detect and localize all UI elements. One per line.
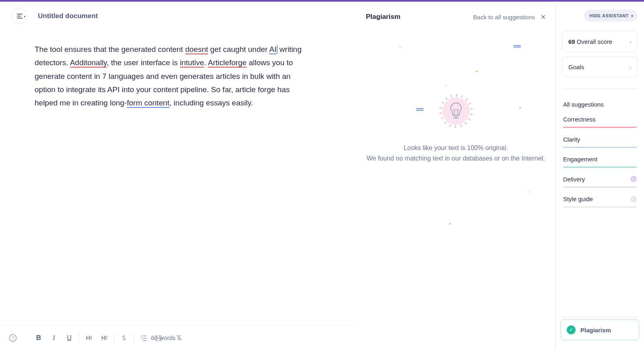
goals-card[interactable]: Goals › [562,57,638,77]
link-button[interactable] [119,333,129,343]
confetti-icon [416,108,423,109]
lightbulb-illustration [442,97,470,125]
panel-title: Plagiarism [366,13,400,21]
text-segment: , including essays easily. [169,99,253,107]
ordered-list-button[interactable]: 12 [139,333,149,343]
all-suggestions-item[interactable]: All suggestions [562,95,638,110]
spelling-error[interactable]: Articleforge [208,58,247,68]
clarity-bar [563,147,637,148]
check-circle-icon: ✓ [567,325,576,334]
chevron-double-right-icon: ›› [631,13,632,19]
menu-button[interactable]: ▸ [11,9,28,23]
h2-button[interactable]: H2 [99,333,109,343]
hide-assistant-button[interactable]: HIDE ASSISTANT ›› [584,10,638,22]
delivery-bar [563,187,637,188]
confetti-icon [514,45,521,46]
confetti-icon: ✦ [518,105,522,110]
italic-button[interactable]: I [49,333,59,343]
underline-button[interactable]: U [64,333,74,343]
spelling-error[interactable]: intutive [180,58,204,68]
text-segment: get caught under [208,45,269,54]
document-header: ▸ Untitled document [0,2,356,31]
editor-column: ▸ Untitled document The tool ensures tha… [0,2,356,350]
bold-button[interactable]: B [34,333,43,343]
svg-text:2: 2 [140,337,142,340]
formatting-toolbar: ? B I U H1 H2 12 [0,325,356,350]
help-button[interactable]: ? [8,333,18,343]
empty-state: ○ ✦ ○ ✦ ○ ✦ Looks like your text [366,33,546,186]
category-clarity[interactable]: Clarity [562,130,638,150]
text-segment: , the user interface is [107,58,180,67]
chevron-right-icon: › [630,39,632,45]
overall-score-card[interactable]: 69 Overall score › [562,31,638,52]
close-icon[interactable]: ✕ [541,13,546,21]
confetti-icon: ○ [527,189,530,194]
confetti-icon: ○ [399,45,401,49]
assistant-sidebar: HIDE ASSISTANT ›› 69 Overall score › Goa… [555,2,644,350]
lightbulb-icon [449,102,463,120]
engagement-bar [563,167,637,168]
help-icon: ? [9,334,17,342]
confetti-icon: ○ [445,83,447,88]
chevron-right-icon: ▸ [24,14,26,18]
correctness-bar [563,127,637,128]
document-title[interactable]: Untitled document [38,12,98,20]
clarity-suggestion[interactable]: AI [269,45,277,54]
empty-state-text: Looks like your text is 100% original. W… [367,143,545,164]
sidebar-divider [563,89,637,89]
text-segment: . [204,58,208,67]
svg-point-15 [454,109,455,111]
clarity-suggestion[interactable]: form content [127,99,169,108]
chevron-right-icon: › [630,64,632,70]
text-segment: The tool ensures that the generated cont… [35,45,185,54]
back-to-suggestions[interactable]: Back to all suggestions ✕ [473,13,546,21]
sidebar-divider [562,317,638,318]
plagiarism-panel: Plagiarism Back to all suggestions ✕ ○ ✦… [356,2,555,350]
spelling-error[interactable]: doesnt [185,45,208,54]
editor-content[interactable]: The tool ensures that the generated cont… [35,43,308,109]
svg-point-16 [457,109,458,111]
triangle-up-icon: ▲ [178,336,181,340]
confetti-icon: ✦ [448,222,452,226]
check-icon: ✓ [630,196,637,202]
category-engagement[interactable]: Engagement [562,150,638,170]
hamburger-icon [17,14,23,19]
style-guide-bar [563,206,637,208]
category-delivery[interactable]: Delivery✓ [562,170,638,190]
editor-area[interactable]: The tool ensures that the generated cont… [0,31,356,350]
confetti-icon: ✦ [475,69,478,74]
ordered-list-icon: 12 [140,334,147,342]
check-icon: ✓ [630,176,637,182]
toolbar-separator [114,334,114,342]
category-style-guide[interactable]: Style guide✓ [562,190,638,210]
h1-button[interactable]: H1 [84,333,94,343]
word-count[interactable]: 60 words▲ [151,334,181,341]
spelling-error[interactable]: Additonally [70,58,107,68]
toolbar-separator [79,334,79,342]
svg-text:?: ? [12,336,14,340]
category-correctness[interactable]: Correctness [562,110,638,130]
toolbar-separator [134,334,134,342]
link-icon [120,334,128,342]
plagiarism-card[interactable]: ✓ Plagiarism [561,319,639,340]
